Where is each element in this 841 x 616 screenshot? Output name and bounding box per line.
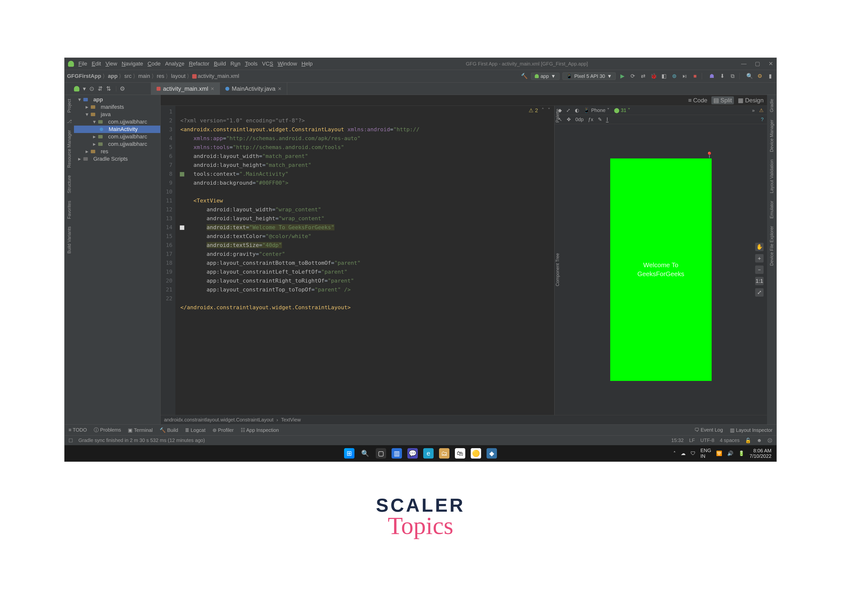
device-type-dropdown[interactable]: 📱 Phone ˅ bbox=[584, 107, 609, 113]
tray-chevron-icon[interactable]: ˄ bbox=[673, 450, 676, 456]
crumb-res[interactable]: res bbox=[157, 73, 168, 79]
mode-split[interactable]: ▤ Split bbox=[712, 97, 734, 104]
stop-icon[interactable]: ■ bbox=[691, 73, 699, 79]
warning-indicator-icon[interactable]: ⚠ bbox=[759, 107, 763, 113]
notifications-icon[interactable]: ▮ bbox=[766, 73, 774, 79]
tree-node-pkg1[interactable]: ▾ com.ujjwalbharc bbox=[74, 118, 160, 126]
search-everywhere-icon[interactable]: 🔍 bbox=[746, 73, 753, 79]
menu-code[interactable]: Code bbox=[148, 60, 161, 67]
menu-run[interactable]: Run bbox=[231, 60, 240, 67]
edit-icon[interactable]: ✎ bbox=[598, 116, 602, 122]
crumb-layout[interactable]: layout bbox=[171, 73, 189, 79]
rail-gradle[interactable]: Gradle bbox=[769, 97, 775, 114]
view-mode-chevron-icon[interactable]: ▾ bbox=[83, 85, 86, 92]
menu-tools[interactable]: Tools bbox=[245, 60, 257, 67]
status-indent[interactable]: 4 spaces bbox=[720, 437, 740, 443]
zoom-in-icon[interactable]: ＋ bbox=[755, 254, 763, 263]
settings-icon[interactable]: ⚙ bbox=[120, 85, 125, 92]
zoom-fit-icon[interactable]: 1:1 bbox=[755, 277, 763, 285]
apply-code-icon[interactable]: ⇄ bbox=[640, 73, 647, 79]
mode-code[interactable]: ≡ Code bbox=[688, 97, 707, 104]
search-icon[interactable]: 🔍 bbox=[360, 448, 370, 459]
file-explorer-icon[interactable]: 🗂 bbox=[439, 448, 450, 459]
menu-view[interactable]: View bbox=[105, 60, 117, 67]
expand-all-icon[interactable]: ⇵ bbox=[98, 85, 103, 92]
menu-vcs[interactable]: VCS bbox=[262, 60, 273, 67]
rail-build-variants[interactable]: Build Variants bbox=[67, 225, 72, 255]
tray-battery-icon[interactable]: 🔋 bbox=[738, 450, 744, 456]
menu-help[interactable]: Help bbox=[301, 60, 313, 67]
menu-navigate[interactable]: Navigate bbox=[122, 60, 143, 67]
tab-activity-main-xml[interactable]: activity_main.xml × bbox=[151, 82, 220, 95]
chat-icon[interactable]: 💬 bbox=[407, 448, 418, 459]
problems-widget[interactable]: ⚠ 2 ˄ ˅ bbox=[529, 107, 550, 114]
tray-clock[interactable]: 8:06 AM7/10/2022 bbox=[750, 448, 772, 459]
crumb-project[interactable]: GFGFirstApp bbox=[67, 73, 105, 79]
tree-node-res[interactable]: ▸ res bbox=[74, 148, 160, 155]
edge-icon[interactable]: e bbox=[423, 448, 434, 459]
close-tab-icon[interactable]: × bbox=[278, 85, 281, 92]
zoom-reset-icon[interactable]: ⤢ bbox=[755, 288, 763, 297]
bottom-logcat[interactable]: ≣ Logcat bbox=[185, 427, 206, 433]
tray-language[interactable]: ENGIN bbox=[700, 448, 711, 459]
tree-node-manifests[interactable]: ▸ manifests bbox=[74, 103, 160, 111]
menu-file[interactable]: File bbox=[78, 60, 87, 67]
menu-edit[interactable]: Edit bbox=[91, 60, 101, 67]
build-hammer-icon[interactable]: 🔨 bbox=[520, 73, 528, 79]
tray-security-icon[interactable]: 🛡 bbox=[691, 451, 695, 456]
rail-structure[interactable]: Structure bbox=[67, 174, 72, 195]
rail-device-manager[interactable]: Device Manager bbox=[769, 118, 775, 154]
window-maximize-icon[interactable]: ▢ bbox=[755, 60, 760, 67]
bottom-app-inspection[interactable]: ☷ App Inspection bbox=[241, 427, 279, 433]
prev-highlight-icon[interactable]: ˄ bbox=[541, 107, 544, 114]
tray-wifi-icon[interactable]: 🛜 bbox=[716, 450, 722, 456]
rail-resource-manager[interactable]: Resource Manager bbox=[67, 129, 72, 169]
rail-project[interactable]: Project bbox=[67, 97, 72, 114]
api-level-dropdown[interactable]: ⬤ 31 ˅ bbox=[614, 107, 630, 113]
menu-analyze[interactable]: Analyze bbox=[165, 60, 184, 67]
more-options-icon[interactable]: » bbox=[752, 107, 755, 113]
window-close-icon[interactable]: ✕ bbox=[769, 60, 773, 67]
help-icon[interactable]: ? bbox=[761, 117, 763, 122]
avd-manager-icon[interactable]: ☗ bbox=[708, 73, 716, 79]
tree-node-java[interactable]: ▾ java bbox=[74, 111, 160, 118]
bottom-todo[interactable]: ≡ TODO bbox=[69, 427, 87, 433]
mode-design[interactable]: ▦ Design bbox=[738, 97, 763, 104]
tray-volume-icon[interactable]: 🔊 bbox=[727, 450, 734, 456]
settings-gear-icon[interactable]: ⚙ bbox=[756, 73, 763, 79]
collapse-all-icon[interactable]: ⇅ bbox=[106, 85, 111, 92]
status-line-separator[interactable]: LF bbox=[689, 437, 695, 443]
widgets-icon[interactable]: ▥ bbox=[391, 448, 402, 459]
select-opened-icon[interactable]: ⊙ bbox=[89, 85, 94, 92]
tab-mainactivity-java[interactable]: MainActivity.java × bbox=[220, 82, 287, 95]
night-mode-icon[interactable]: ◐ bbox=[575, 107, 579, 113]
store-icon[interactable]: 🛍 bbox=[455, 448, 465, 459]
bottom-problems[interactable]: ⓘ Problems bbox=[94, 427, 121, 433]
rail-branch-icon[interactable]: ⎇ bbox=[67, 119, 72, 124]
tree-node-gradle-scripts[interactable]: ▸ Gradle Scripts bbox=[74, 155, 160, 163]
tree-node-pkg2[interactable]: ▸ com.ujjwalbharc bbox=[74, 133, 160, 141]
crumb-main[interactable]: main bbox=[138, 73, 154, 79]
crumb-app[interactable]: app bbox=[108, 73, 121, 79]
menu-window[interactable]: Window bbox=[278, 60, 297, 67]
close-tab-icon[interactable]: × bbox=[211, 85, 214, 92]
bottom-layout-inspector[interactable]: ▥ Layout Inspector bbox=[730, 427, 772, 433]
rail-emulator[interactable]: Emulator bbox=[769, 199, 775, 220]
run-button-icon[interactable]: ▶ bbox=[619, 73, 626, 79]
attach-debugger-icon[interactable]: ⏯ bbox=[681, 73, 688, 79]
text-cursor-icon[interactable]: I̲ bbox=[607, 116, 608, 122]
task-view-icon[interactable]: ▢ bbox=[376, 448, 386, 459]
bottom-terminal[interactable]: ▣ Terminal bbox=[128, 427, 153, 433]
bottom-profiler[interactable]: ⊚ Profiler bbox=[212, 427, 234, 433]
run-config-dropdown[interactable]: app▼ bbox=[531, 73, 560, 80]
device-canvas[interactable]: Component Tree 📍 Welcome To GeeksForGeek… bbox=[554, 124, 767, 415]
transform-icon[interactable]: ƒx bbox=[588, 117, 593, 122]
project-tree[interactable]: ▾ app ▸ manifests ▾ java ▾ com.ujjwalbha… bbox=[74, 95, 160, 424]
rail-layout-validation[interactable]: Layout Validation bbox=[769, 158, 775, 195]
status-readonly-icon[interactable]: 🔓 bbox=[745, 437, 751, 443]
start-button-icon[interactable]: ⊞ bbox=[344, 448, 354, 459]
crumb-constraintlayout[interactable]: androidx.constraintlayout.widget.Constra… bbox=[164, 417, 273, 423]
debug-icon[interactable]: 🐞 bbox=[650, 73, 657, 79]
code-text[interactable]: <?xml version="1.0" encoding="utf-8"?> <… bbox=[175, 106, 554, 415]
tree-node-pkg3[interactable]: ▸ com.ujjwalbharc bbox=[74, 141, 160, 148]
